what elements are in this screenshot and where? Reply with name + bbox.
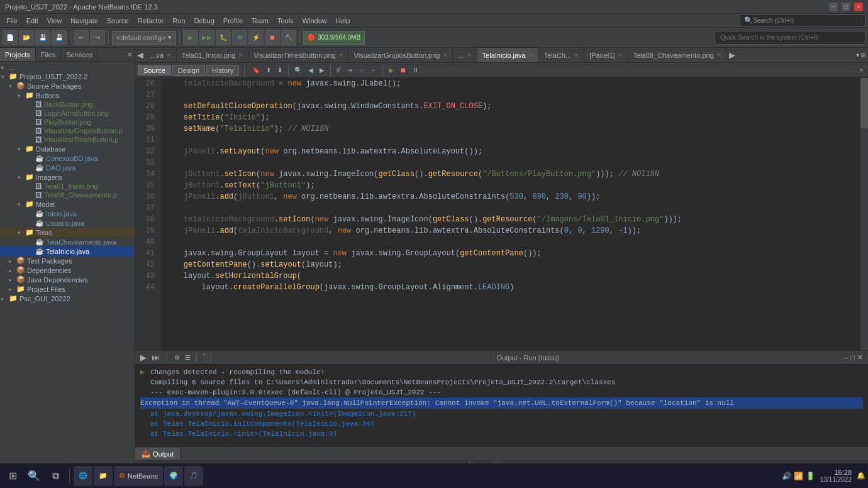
menu-window[interactable]: Window (299, 16, 331, 26)
tree-item-viztimes[interactable]: 🖼 VisualizarTimesButton.p (0, 135, 135, 144)
tree-item-tela08[interactable]: 🖼 Tela08_Chaveamento.p (0, 191, 135, 199)
tree-item-imagens[interactable]: ▾ 📁 Imagens (0, 172, 135, 182)
run-sel-btn[interactable]: ▶ (386, 64, 396, 77)
tree-item-usuario-java[interactable]: ☕ Usuario.java (0, 218, 135, 228)
output-run-btn[interactable]: ▶ (140, 353, 147, 362)
tab-tela08[interactable]: Tela08_Chaveamento.png ✕ (628, 48, 727, 63)
tab-close-icon[interactable]: ✕ (467, 52, 472, 58)
menu-refactor[interactable]: Refactor (134, 16, 168, 26)
output-filter-btn[interactable]: ☰ (185, 354, 191, 361)
config-dropdown[interactable]: <default config> ▾ (112, 31, 176, 45)
tab-vizgrupos[interactable]: VisualizarGruposButton.png ✕ (349, 48, 453, 63)
tree-item-classesroot[interactable]: ▸ ... (0, 63, 135, 72)
menu-edit[interactable]: Edit (23, 16, 42, 26)
tree-item-project[interactable]: ▾ 📁 Projeto_USJT_2022.2 (0, 72, 135, 81)
menu-debug[interactable]: Debug (190, 16, 218, 26)
tab-va[interactable]: ...va ✕ (145, 48, 177, 63)
run-btn[interactable]: ▶ (183, 30, 198, 45)
next-bookmark-btn[interactable]: ⬇ (275, 64, 285, 77)
network-tray-icon[interactable]: 🔊 (782, 472, 791, 480)
stack-link[interactable]: at java.desktop/javax.swing.ImageIcon.<i… (150, 409, 416, 419)
open-project-btn[interactable]: 📂 (19, 30, 34, 45)
tab-viztimes[interactable]: VisualizarTimesButton.png ✕ (248, 48, 348, 63)
run-file-btn[interactable]: ▶▶ (199, 30, 214, 45)
tree-item-psc[interactable]: ▸ 📁 Psc_GUI_20222 (0, 294, 135, 303)
tab-scroll-right[interactable]: ▶ (727, 48, 737, 63)
tab-close-icon[interactable]: ✕ (618, 52, 623, 58)
maximize-button[interactable]: □ (842, 3, 850, 11)
source-tab[interactable]: Source (138, 65, 171, 75)
menu-file[interactable]: File (3, 16, 21, 26)
menu-tools[interactable]: Tools (274, 16, 298, 26)
stop-btn[interactable]: ⏹ (265, 30, 280, 45)
toggle-comment-btn[interactable]: // (334, 64, 343, 77)
split-editor-btn[interactable]: ⊞ (860, 52, 865, 58)
find-next-btn[interactable]: ▶ (317, 64, 327, 77)
tree-item-tela01[interactable]: 🖼 Tela01_Inicio.png (0, 182, 135, 191)
clean-build-btn[interactable]: 🔨 (281, 30, 296, 45)
menu-team[interactable]: Team (248, 16, 272, 26)
stack-link[interactable]: at Telas.TelaInicio.<init>(TelaInicio.ja… (150, 429, 337, 439)
design-tab[interactable]: Design (172, 65, 205, 76)
tab-close-icon[interactable]: ✕ (574, 52, 579, 58)
search-taskbar-btn[interactable]: 🔍 (24, 466, 44, 486)
taskbar-music[interactable]: 🎵 (184, 466, 203, 486)
output-line-error[interactable]: Exception in thread "AWT-EventQueue-0" j… (140, 397, 863, 409)
add-tab-btn[interactable]: + (857, 64, 865, 77)
tree-item-vizgrupos[interactable]: 🖼 VisualizarGruposButton.p (0, 126, 135, 135)
debug-btn[interactable]: 🐛 (216, 30, 231, 45)
menu-run[interactable]: Run (169, 16, 189, 26)
debug-file-btn[interactable]: ⚙ (232, 30, 247, 45)
menu-profile[interactable]: Profile (220, 16, 247, 26)
tab-ellipsis[interactable]: ... ✕ (453, 48, 477, 63)
pause-btn[interactable]: ⏸ (410, 64, 421, 77)
taskbar-edge[interactable]: 🌐 (74, 466, 92, 486)
tab-panel1[interactable]: [Panel1] ✕ (584, 48, 628, 63)
save-btn[interactable]: 💾 (35, 30, 50, 45)
shift-left-btn[interactable]: ← (368, 64, 379, 77)
output-close-btn[interactable]: ✕ (857, 353, 863, 362)
stack-link[interactable]: at Telas.TelaInicio.initComponents(TelaI… (150, 419, 374, 429)
tab-telainicio[interactable]: TelaInicio.java ✕ (477, 48, 539, 63)
tab-close-icon[interactable]: ✕ (716, 52, 721, 58)
taskbar-chrome[interactable]: 🌍 (164, 466, 183, 486)
output-settings-btn[interactable]: ⚙ (174, 354, 180, 361)
tab-telach[interactable]: TelaCh... ✕ (539, 48, 584, 63)
tab-projects[interactable]: Projects (0, 48, 36, 61)
notification-icon[interactable]: 🔔 (857, 472, 865, 480)
start-button[interactable]: ⊞ (3, 466, 23, 486)
taskview-btn[interactable]: ⧉ (45, 466, 65, 486)
menu-navigate[interactable]: Navigate (67, 16, 101, 26)
tree-item-buttons[interactable]: ▾ 📁 Buttons (0, 91, 135, 100)
tree-item-inicio-java[interactable]: ☕ Inicio.java (0, 209, 135, 218)
tab-close-icon[interactable]: ✕ (442, 52, 447, 58)
find-btn[interactable]: 🔍 (292, 64, 304, 77)
find-prev-btn[interactable]: ◀ (306, 64, 316, 77)
clock[interactable]: 16:28 13/11/2022 (820, 469, 852, 483)
tab-files[interactable]: Files (36, 48, 61, 61)
new-project-btn[interactable]: 📄 (3, 30, 18, 45)
tab-close-icon[interactable]: ✕ (166, 52, 171, 58)
tab-close-icon[interactable]: ✕ (528, 52, 533, 58)
taskbar-netbeans[interactable]: ⚙ NetBeans (114, 466, 163, 486)
undo-btn[interactable]: ↩ (74, 30, 89, 45)
menu-help[interactable]: Help (332, 16, 354, 26)
editor-scrollbar[interactable] (860, 78, 868, 350)
output-tab[interactable]: 📤 Output (135, 448, 181, 460)
tree-item-telainicio[interactable]: ☕ TelaInicio.java (0, 247, 135, 256)
tree-item-conexaobd[interactable]: ☕ ConexaoBD.java (0, 153, 135, 163)
tree-item-telachaveamento[interactable]: ☕ TelaChaveamento.java (0, 237, 135, 247)
output-step-btn[interactable]: ⏭ (152, 353, 160, 362)
minimize-button[interactable]: ─ (829, 3, 838, 11)
stop-run-btn[interactable]: ⏹ (398, 64, 409, 77)
tab-services[interactable]: Services (61, 48, 98, 61)
quick-search-input[interactable] (715, 31, 865, 45)
shift-right-btn[interactable]: → (355, 64, 367, 77)
toggle-bookmark-btn[interactable]: 🔖 (250, 64, 262, 77)
tab-close-icon[interactable]: ✕ (338, 52, 343, 58)
tree-item-source-packages[interactable]: ▾ 📦 Source Packages (0, 81, 135, 91)
taskbar-explorer[interactable]: 📁 (94, 466, 113, 486)
tree-item-model[interactable]: ▾ 📁 Model (0, 199, 135, 209)
tree-item-java-deps[interactable]: ▸ 📦 Java Dependencies (0, 275, 135, 284)
tree-item-project-files[interactable]: ▸ 📁 Project Files (0, 284, 135, 294)
